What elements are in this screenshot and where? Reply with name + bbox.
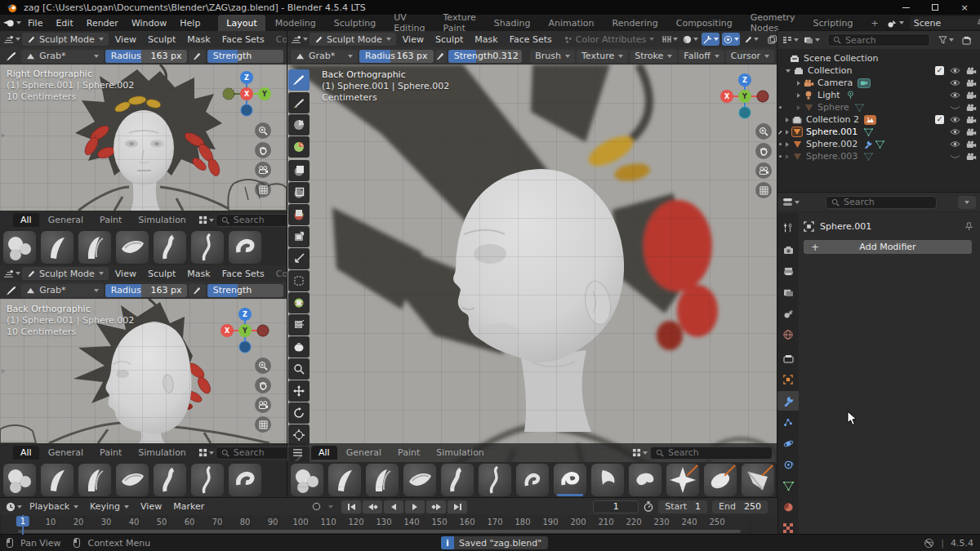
brush-thumbnail[interactable] xyxy=(154,464,186,496)
editor-type-icon[interactable] xyxy=(782,196,800,209)
workspace-tab-scripting[interactable]: Scripting xyxy=(805,15,862,31)
keying-menu[interactable]: Keying xyxy=(85,500,134,513)
brush-thumbnail[interactable] xyxy=(116,464,149,496)
menu-mask[interactable]: Mask xyxy=(470,34,502,45)
shelf-tab-simulation[interactable]: Simulation xyxy=(131,446,194,460)
hamburger-menu-icon[interactable] xyxy=(292,449,303,456)
menu-edit[interactable]: Edit xyxy=(49,18,79,29)
minimize-button[interactable] xyxy=(902,3,910,11)
stroke-popover[interactable]: Stroke xyxy=(630,50,677,63)
menu-window[interactable]: Window xyxy=(125,18,173,29)
disable-render-camera-icon[interactable] xyxy=(966,140,977,149)
brush-thumbnail[interactable] xyxy=(666,464,699,496)
next-keyframe-button[interactable] xyxy=(426,500,446,513)
timeline-scrollbar[interactable] xyxy=(18,530,741,533)
expand-icon[interactable] xyxy=(797,105,800,110)
texture-popover[interactable]: Texture xyxy=(577,50,628,63)
tool-box-face-set[interactable] xyxy=(288,204,310,225)
menu-help[interactable]: Help xyxy=(173,18,207,29)
editor-type-icon[interactable] xyxy=(291,33,308,46)
pan-hand-icon[interactable] xyxy=(255,377,271,393)
outliner-row-light[interactable]: Light xyxy=(777,89,980,101)
strength-slider[interactable]: Strength0.312 xyxy=(448,50,522,63)
expand-icon[interactable] xyxy=(797,93,800,98)
object-name[interactable]: Sphere.001 xyxy=(820,221,871,232)
shelf-tab-all[interactable]: All xyxy=(13,446,39,460)
tool-line-project[interactable] xyxy=(288,248,310,269)
scene-selector[interactable]: Scene × xyxy=(910,16,980,29)
hidden-eye-closed-icon[interactable] xyxy=(950,104,960,111)
current-frame-field[interactable]: 1 xyxy=(593,500,639,513)
viewport-a-canvas[interactable]: Right Orthographic (1) Sphere.001 | Sphe… xyxy=(0,64,287,211)
hide-eye-icon[interactable] xyxy=(950,116,960,123)
active-tool-icon[interactable] xyxy=(3,50,20,63)
workspace-tab-texture-paint[interactable]: Texture Paint xyxy=(435,15,484,31)
shelf-search[interactable] xyxy=(216,447,296,460)
radius-slider[interactable]: Radius163 px xyxy=(105,50,188,63)
shelf-search-input[interactable] xyxy=(234,447,291,458)
cursor-popover[interactable]: Cursor xyxy=(726,50,774,63)
workspace-tab-sculpting[interactable]: Sculpting xyxy=(326,15,384,31)
outliner-row-camera[interactable]: Camera xyxy=(777,77,980,89)
brush-thumbnail[interactable] xyxy=(41,464,74,496)
menu-view[interactable]: View xyxy=(398,34,429,45)
blender-menu-icon[interactable] xyxy=(3,16,21,29)
view-menu[interactable]: View xyxy=(136,501,167,512)
outliner-row-collection[interactable]: Collection ✓ xyxy=(777,64,980,77)
outliner-row-sphere-003[interactable]: Sphere.003 xyxy=(777,150,980,162)
camera-view-icon[interactable] xyxy=(255,397,271,413)
expand-icon[interactable] xyxy=(797,81,800,86)
saved-notification[interactable]: i Saved "zag.blend" xyxy=(441,536,548,549)
disable-render-camera-icon[interactable] xyxy=(966,79,977,87)
radius-pressure-icon[interactable] xyxy=(189,50,205,63)
menu-sculpt[interactable]: Sculpt xyxy=(143,269,180,279)
tab-particles[interactable] xyxy=(777,412,799,432)
tool-color-filter[interactable] xyxy=(288,336,310,358)
mode-selector[interactable]: Sculpt Mode xyxy=(22,267,109,280)
workspace-tab-modeling[interactable]: Modeling xyxy=(267,15,324,31)
brush-thumbnail[interactable] xyxy=(328,464,361,496)
brush-thumbnail[interactable] xyxy=(742,464,774,496)
annotate-pen-icon[interactable] xyxy=(742,33,760,46)
shelf-tab-simulation[interactable]: Simulation xyxy=(131,213,194,227)
toolbar-expand-icon[interactable] xyxy=(2,369,5,374)
pin-icon[interactable] xyxy=(977,19,980,27)
overlays-icon[interactable] xyxy=(763,33,777,46)
disable-render-camera-icon[interactable] xyxy=(966,91,977,100)
brush-thumbnail[interactable] xyxy=(629,464,662,496)
strength-slider[interactable]: Strength xyxy=(207,284,283,297)
brush-thumbnail[interactable] xyxy=(591,464,624,496)
prev-keyframe-button[interactable] xyxy=(363,500,382,513)
disable-render-camera-icon[interactable] xyxy=(966,116,977,124)
expand-icon[interactable] xyxy=(786,154,789,159)
tab-scene[interactable] xyxy=(777,304,799,323)
workspace-tab-animation[interactable]: Animation xyxy=(540,15,602,31)
tab-physics[interactable] xyxy=(777,433,799,453)
mode-selector[interactable]: Sculpt Mode xyxy=(310,33,396,46)
marker-menu[interactable]: Marker xyxy=(168,501,209,512)
menu-face-sets[interactable]: Face Sets xyxy=(505,34,557,45)
collection-checkbox[interactable]: ✓ xyxy=(935,115,944,124)
pin-icon[interactable] xyxy=(964,222,973,231)
camera-view-icon[interactable] xyxy=(255,162,271,178)
brush-thumbnail[interactable] xyxy=(191,231,224,264)
zoom-icon[interactable] xyxy=(755,123,772,140)
shelf-tab-all[interactable]: All xyxy=(311,446,337,460)
tool-box-mask[interactable] xyxy=(288,160,310,181)
tab-collection[interactable] xyxy=(777,349,799,368)
workspace-tab-layout[interactable]: Layout xyxy=(218,15,265,31)
display-mode-icon[interactable] xyxy=(803,33,821,47)
tab-constraints[interactable] xyxy=(777,455,799,474)
expand-icon[interactable] xyxy=(786,118,789,122)
brush-thumbnail[interactable] xyxy=(3,231,36,264)
brush-thumbnail[interactable] xyxy=(191,464,224,496)
brush-thumbnail[interactable] xyxy=(229,231,261,264)
tool-face-set-brush[interactable] xyxy=(288,136,310,158)
camera-view-icon[interactable] xyxy=(755,162,772,179)
brush-popover[interactable]: Brush xyxy=(530,50,575,63)
shelf-tab-paint[interactable]: Paint xyxy=(390,446,427,460)
pan-hand-icon[interactable] xyxy=(755,143,772,159)
menu-mask[interactable]: Mask xyxy=(182,269,215,279)
workspace-tab-uv-editing[interactable]: UV Editing xyxy=(385,15,433,31)
outliner-row-sphere-001[interactable]: Sphere.001 xyxy=(777,126,980,138)
